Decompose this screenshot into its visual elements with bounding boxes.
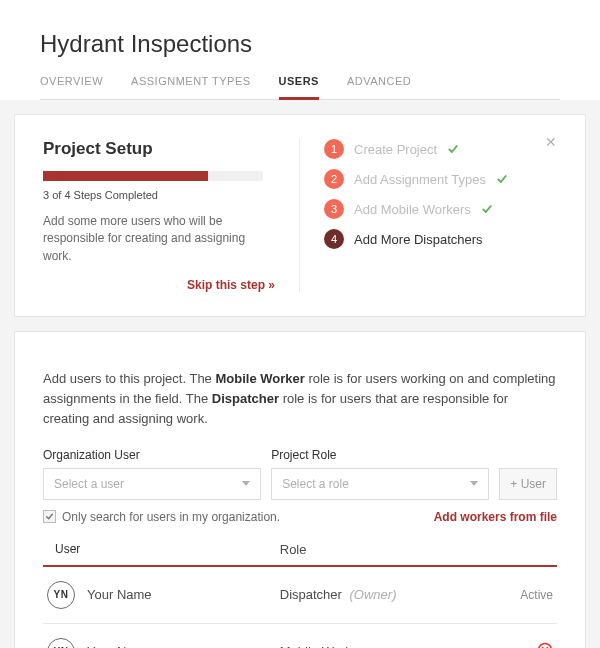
- step-3: 3 Add Mobile Workers: [324, 199, 557, 219]
- svg-point-0: [539, 644, 552, 648]
- tab-advanced[interactable]: ADVANCED: [347, 75, 411, 100]
- step-badge: 4: [324, 229, 344, 249]
- check-icon: [481, 203, 493, 215]
- org-user-label: Organization User: [43, 448, 261, 462]
- tab-users[interactable]: USERS: [279, 75, 319, 100]
- skip-step-link[interactable]: Skip this step »: [187, 278, 275, 292]
- checkbox-icon: [43, 510, 56, 523]
- col-header-role: Role: [280, 542, 493, 557]
- close-icon[interactable]: ✕: [545, 135, 557, 149]
- org-user-select[interactable]: Select a user: [43, 468, 261, 500]
- setup-card: Project Setup 3 of 4 Steps Completed Add…: [14, 114, 586, 317]
- select-placeholder: Select a user: [54, 477, 124, 491]
- step-label: Create Project: [354, 142, 437, 157]
- chevron-down-icon: [470, 481, 478, 486]
- user-name: Your Name: [87, 587, 152, 602]
- text-bold: Dispatcher: [212, 391, 279, 406]
- step-badge: 1: [324, 139, 344, 159]
- users-card: Add users to this project. The Mobile Wo…: [14, 331, 586, 648]
- tab-overview[interactable]: OVERVIEW: [40, 75, 103, 100]
- remove-icon[interactable]: [537, 642, 553, 648]
- project-role-select[interactable]: Select a role: [271, 468, 489, 500]
- tabs-bar: OVERVIEW ASSIGNMENT TYPES USERS ADVANCED: [40, 74, 560, 100]
- progress-fill: [43, 171, 208, 181]
- avatar: YN: [47, 638, 75, 648]
- project-role-label: Project Role: [271, 448, 489, 462]
- table-row: YN Your Name Dispatcher (Owner) Active: [43, 567, 557, 624]
- check-icon: [496, 173, 508, 185]
- step-badge: 3: [324, 199, 344, 219]
- progress-text: 3 of 4 Steps Completed: [43, 189, 275, 201]
- table-row: YN Your Name Mobile Worker: [43, 624, 557, 648]
- add-user-button[interactable]: + User: [499, 468, 557, 500]
- owner-label: (Owner): [350, 587, 397, 602]
- step-1: 1 Create Project: [324, 139, 557, 159]
- only-org-checkbox[interactable]: Only search for users in my organization…: [43, 510, 280, 524]
- user-status: Active: [493, 588, 553, 602]
- check-icon: [447, 143, 459, 155]
- steps-list: 1 Create Project 2 Add Assignment Types …: [324, 139, 557, 249]
- step-label: Add Assignment Types: [354, 172, 486, 187]
- checkbox-label: Only search for users in my organization…: [62, 510, 280, 524]
- avatar: YN: [47, 581, 75, 609]
- user-role: Mobile Worker: [280, 644, 364, 648]
- select-placeholder: Select a role: [282, 477, 349, 491]
- step-2: 2 Add Assignment Types: [324, 169, 557, 189]
- page-title: Hydrant Inspections: [40, 30, 560, 58]
- users-table: User Role YN Your Name Dispatcher (Owner…: [43, 542, 557, 648]
- progress-bar: [43, 171, 263, 181]
- chevron-down-icon: [242, 481, 250, 486]
- setup-title: Project Setup: [43, 139, 275, 159]
- step-label: Add Mobile Workers: [354, 202, 471, 217]
- step-badge: 2: [324, 169, 344, 189]
- col-header-user: User: [47, 542, 280, 557]
- tab-assignment-types[interactable]: ASSIGNMENT TYPES: [131, 75, 250, 100]
- user-name: Your Name: [87, 644, 152, 648]
- setup-desc: Add some more users who will be responsi…: [43, 213, 275, 265]
- users-instructions: Add users to this project. The Mobile Wo…: [43, 369, 557, 429]
- user-role: Dispatcher: [280, 587, 342, 602]
- add-from-file-link[interactable]: Add workers from file: [434, 510, 557, 524]
- step-4: 4 Add More Dispatchers: [324, 229, 557, 249]
- text: Add users to this project. The: [43, 371, 215, 386]
- step-label: Add More Dispatchers: [354, 232, 483, 247]
- text-bold: Mobile Worker: [215, 371, 304, 386]
